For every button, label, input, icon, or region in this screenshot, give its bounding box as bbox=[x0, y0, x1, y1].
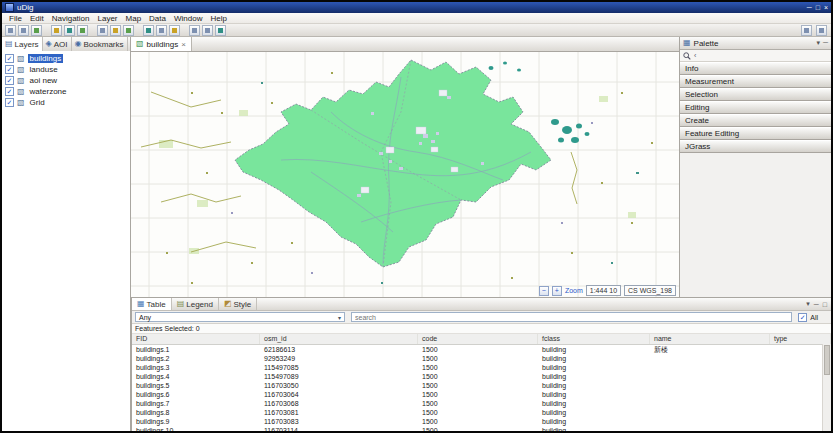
zoom-out-icon[interactable] bbox=[143, 25, 154, 36]
palette-section[interactable]: Info bbox=[680, 62, 831, 75]
table-row[interactable]: buildings.5 116703050 1500 building bbox=[132, 381, 831, 390]
tab-style[interactable]: ◩ Style bbox=[219, 298, 257, 310]
tab-table[interactable]: ▦ Table bbox=[132, 298, 172, 310]
table-row[interactable]: buildings.6 116703064 1500 building bbox=[132, 390, 831, 399]
layer-item[interactable]: ✓ ▧ aoi new bbox=[2, 75, 130, 86]
scale-value[interactable]: 1:444 10 bbox=[586, 285, 621, 296]
menu-item[interactable]: Map bbox=[122, 14, 146, 23]
crs-value[interactable]: CS WGS_198 bbox=[624, 285, 676, 296]
maximize-icon[interactable]: □ bbox=[816, 3, 820, 12]
cell-name bbox=[650, 408, 770, 417]
table-row[interactable]: buildings.9 116703083 1500 building bbox=[132, 417, 831, 426]
attribute-filter-dropdown[interactable]: Any ▾ bbox=[135, 312, 345, 322]
info-icon[interactable] bbox=[202, 25, 213, 36]
table-row[interactable]: buildings.3 115497085 1500 building bbox=[132, 363, 831, 372]
panel-maximize-icon[interactable]: □ bbox=[823, 301, 827, 308]
perspective-icon[interactable] bbox=[801, 25, 812, 36]
layer-visibility-checkbox[interactable]: ✓ bbox=[5, 76, 14, 85]
palette-search-row[interactable]: ‹ bbox=[680, 50, 831, 62]
menu-item[interactable]: Data bbox=[145, 14, 170, 23]
undo-icon[interactable] bbox=[51, 25, 62, 36]
column-header[interactable]: FID bbox=[132, 334, 260, 344]
select-icon[interactable] bbox=[189, 25, 200, 36]
tab-aoi[interactable]: ◈ AOI bbox=[43, 37, 72, 51]
tab-layers[interactable]: ▤ Layers bbox=[2, 37, 43, 51]
features-selected-status: Features Selected: 0 bbox=[132, 324, 831, 334]
table-row[interactable]: buildings.1 62186613 1500 building 新楼 bbox=[132, 345, 831, 354]
table-row[interactable]: buildings.4 115497089 1500 building bbox=[132, 372, 831, 381]
layer-item[interactable]: ✓ ▧ waterzone bbox=[2, 86, 130, 97]
zoom-in-icon[interactable] bbox=[123, 25, 134, 36]
layer-item[interactable]: ✓ ▧ buildings bbox=[2, 53, 130, 64]
column-header[interactable]: code bbox=[418, 334, 538, 344]
paste-icon[interactable] bbox=[97, 25, 108, 36]
layer-item[interactable]: ✓ ▧ Grid bbox=[2, 97, 130, 108]
table-scrollbar[interactable] bbox=[822, 344, 831, 431]
palette-section[interactable]: Measurement bbox=[680, 75, 831, 88]
close-icon[interactable]: × bbox=[824, 3, 828, 12]
cell-fid: buildings.8 bbox=[132, 408, 260, 417]
palette-section[interactable]: Create bbox=[680, 114, 831, 127]
copy-icon[interactable] bbox=[77, 25, 88, 36]
palette-section[interactable]: JGrass bbox=[680, 140, 831, 153]
column-header[interactable]: fclass bbox=[538, 334, 650, 344]
layer-visibility-checkbox[interactable]: ✓ bbox=[5, 87, 14, 96]
palette-section-label: Editing bbox=[685, 103, 709, 112]
palette-section-label: Selection bbox=[685, 90, 718, 99]
map-canvas[interactable]: − + Zoom 1:444 10 CS WGS_198 bbox=[131, 52, 679, 298]
cell-code: 1500 bbox=[418, 417, 538, 426]
layer-item[interactable]: ✓ ▧ landuse bbox=[2, 64, 130, 75]
table-row[interactable]: buildings.7 116703068 1500 building bbox=[132, 399, 831, 408]
table-row[interactable]: buildings.10 116703114 1500 building bbox=[132, 426, 831, 431]
cell-osm-id: 116703083 bbox=[260, 417, 418, 426]
cell-fid: buildings.1 bbox=[132, 345, 260, 354]
zoom-extent-icon[interactable] bbox=[156, 25, 167, 36]
delete-icon[interactable] bbox=[110, 25, 121, 36]
cell-fclass: building bbox=[538, 399, 650, 408]
menu-item[interactable]: Navigation bbox=[48, 14, 94, 23]
menu-item[interactable]: Layer bbox=[94, 14, 122, 23]
column-header[interactable]: type bbox=[770, 334, 831, 344]
palette-section-label: Create bbox=[685, 116, 709, 125]
table-row[interactable]: buildings.8 116703081 1500 building bbox=[132, 408, 831, 417]
minimize-icon[interactable]: ─ bbox=[807, 3, 812, 12]
palette-section[interactable]: Editing bbox=[680, 101, 831, 114]
column-header[interactable]: name bbox=[650, 334, 770, 344]
panel-minimize-icon[interactable]: ─ bbox=[814, 301, 819, 308]
zoom-out-icon[interactable]: − bbox=[539, 286, 549, 296]
print-icon[interactable] bbox=[31, 25, 42, 36]
layer-visibility-checkbox[interactable]: ✓ bbox=[5, 65, 14, 74]
palette-menu-icon[interactable]: ▾ bbox=[817, 39, 821, 47]
search-input[interactable] bbox=[351, 312, 792, 322]
menu-item[interactable]: Window bbox=[170, 14, 206, 23]
cell-name bbox=[650, 372, 770, 381]
layer-visibility-checkbox[interactable]: ✓ bbox=[5, 54, 14, 63]
collapse-left-icon[interactable]: ‹ bbox=[694, 52, 696, 59]
palette-section[interactable]: Feature Editing bbox=[680, 127, 831, 140]
editor-tab-buildings[interactable]: ▧ buildings × bbox=[131, 37, 192, 51]
palette-section[interactable]: Selection bbox=[680, 88, 831, 101]
view-menu-icon[interactable]: ▾ bbox=[806, 300, 810, 308]
cell-fclass: building bbox=[538, 372, 650, 381]
palette-minimize-icon[interactable]: ─ bbox=[823, 39, 828, 47]
menu-item[interactable]: Help bbox=[206, 14, 230, 23]
table-row[interactable]: buildings.2 92953249 1500 building bbox=[132, 354, 831, 363]
measure-icon[interactable] bbox=[215, 25, 226, 36]
tab-bookmarks[interactable]: ◉ Bookmarks bbox=[72, 37, 128, 51]
layer-type-icon: ▧ bbox=[17, 88, 25, 96]
menu-item[interactable]: File bbox=[5, 14, 26, 23]
column-header[interactable]: osm_id bbox=[260, 334, 418, 344]
editor-tab-close-icon[interactable]: × bbox=[181, 40, 186, 49]
new-icon[interactable] bbox=[5, 25, 16, 36]
all-checkbox[interactable]: ✓ bbox=[798, 313, 807, 322]
tab-legend[interactable]: ▤ Legend bbox=[172, 298, 219, 310]
help-icon[interactable] bbox=[816, 25, 827, 36]
layer-visibility-checkbox[interactable]: ✓ bbox=[5, 98, 14, 107]
redo-icon[interactable] bbox=[64, 25, 75, 36]
menu-item[interactable]: Edit bbox=[26, 14, 48, 23]
zoom-in-icon[interactable]: + bbox=[552, 286, 562, 296]
save-icon[interactable] bbox=[18, 25, 29, 36]
pan-icon[interactable] bbox=[169, 25, 180, 36]
cell-name: 新楼 bbox=[650, 345, 770, 354]
zoom-label[interactable]: Zoom bbox=[565, 287, 583, 294]
